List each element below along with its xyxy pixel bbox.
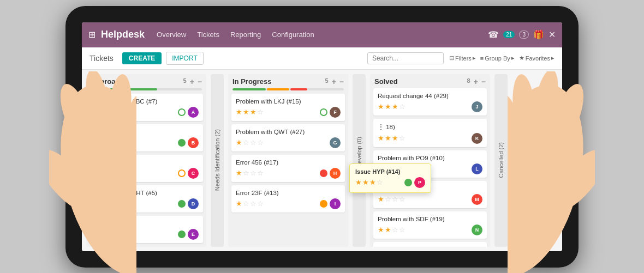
col-count: 5 — [183, 77, 187, 86]
refresh-badge[interactable]: 21 — [503, 31, 515, 38]
kanban-card[interactable]: Error 456 (#17) ★☆☆☆ H — [231, 155, 345, 182]
card-title: Problem with SDF (#19) — [378, 216, 482, 222]
stars: ★☆☆☆ — [236, 199, 264, 208]
collapsed-col-cancelled[interactable]: Cancelled (2) — [494, 74, 508, 247]
stars: ★★★☆ — [236, 108, 264, 116]
card-actions: L — [462, 163, 482, 174]
avatar: C — [188, 168, 199, 179]
status-dot — [178, 230, 186, 238]
collapse-icon[interactable]: − — [481, 77, 486, 86]
collapse-icon[interactable]: − — [339, 77, 344, 86]
message-badge[interactable]: 3 — [519, 31, 529, 39]
collapsed-col-need-develop[interactable]: Need Develop (0) — [353, 74, 366, 247]
filter-icon: ⊟ — [449, 54, 454, 62]
star-icon: ★ — [236, 138, 242, 147]
avatar: F — [330, 107, 341, 118]
groupby-icon: ≡ — [480, 55, 484, 62]
card-actions: B — [178, 137, 199, 148]
star-icon: ★ — [236, 169, 242, 177]
menu-item-overview[interactable]: Overview — [156, 28, 187, 41]
star-icon: ☆ — [243, 169, 249, 177]
stars: ★★★☆ — [378, 134, 406, 142]
navbar-menu: Overview Tickets Reporting Configuration — [156, 28, 488, 41]
content: Tickets CREATE IMPORT ⊟ Filters ▸ ≡ — [82, 47, 562, 251]
navbar: ⊞ Helpdesk Overview Tickets Reporting Co… — [82, 22, 562, 47]
star-icon: ★ — [378, 226, 384, 234]
collapsed-col-needs-identification[interactable]: Needs Identification (2) — [211, 74, 224, 247]
gift-icon[interactable]: 🎁 — [533, 29, 544, 40]
card-title: Request change 44 (#29) — [378, 93, 482, 99]
status-dot — [404, 179, 412, 186]
filter-bar: ⊟ Filters ▸ ≡ Group By ▸ ★ Favorites — [449, 54, 554, 62]
star-icon: ★ — [355, 178, 362, 186]
star-icon: ★ — [243, 108, 249, 116]
card-footer: ★★☆☆ N — [378, 225, 482, 235]
avatar: B — [188, 137, 199, 148]
floating-card[interactable]: Issue HYP (#14) ★★★☆ P — [349, 163, 431, 193]
kanban-card[interactable]: Problem with QWT (#27) ★☆☆☆ G — [231, 124, 345, 151]
col-header-actions: 8 + − — [467, 77, 486, 86]
menu-item-configuration[interactable]: Configuration — [271, 28, 315, 41]
avatar: M — [472, 194, 482, 205]
add-icon[interactable]: + — [190, 77, 194, 86]
star-icon: ☆ — [377, 178, 383, 186]
status-dot — [178, 108, 186, 116]
kanban-card[interactable]: ⋮ 18) ★★★☆ K — [373, 119, 487, 147]
tablet-frame: ⊞ Helpdesk Overview Tickets Reporting Co… — [65, 6, 579, 268]
grid-icon[interactable]: ⊞ — [88, 29, 96, 40]
kanban-card[interactable]: Problem with LKJ (#15) ★★★☆ F — [231, 94, 345, 121]
collapse-icon[interactable]: − — [198, 77, 202, 86]
status-dot — [178, 169, 186, 177]
add-icon[interactable]: + — [474, 77, 478, 86]
card-footer: ★☆☆☆ I — [236, 198, 341, 209]
star-icon: ★ — [369, 178, 376, 186]
kanban-card[interactable]: Problem with ABC (#30) ★☆☆☆ O — [373, 242, 487, 247]
kanban-card[interactable]: Problem with SDF (#19) ★★☆☆ N — [373, 211, 487, 239]
close-icon[interactable]: ✕ — [548, 29, 556, 40]
navbar-actions: ☎ 21 3 🎁 ✕ — [488, 29, 556, 40]
card-title: Problem with QWT (#27) — [236, 129, 341, 135]
star-icon: ★ — [378, 134, 384, 142]
import-button[interactable]: IMPORT — [166, 52, 203, 65]
star-icon: ★ — [378, 195, 384, 203]
col-header: Solved 8 + − — [370, 74, 490, 88]
kanban-card[interactable]: Error 23F (#13) ★☆☆☆ I — [231, 185, 345, 213]
add-icon[interactable]: + — [332, 77, 336, 86]
stars: ★★★☆ — [355, 178, 383, 186]
star-icon: ★ — [378, 102, 384, 111]
star-icon: ☆ — [399, 134, 406, 142]
card-actions: E — [178, 229, 199, 240]
status-dot — [320, 169, 327, 177]
card-title: Problem with PO9 (#10) — [378, 155, 482, 161]
menu-item-tickets[interactable]: Tickets — [196, 28, 220, 41]
star-icon: ☆ — [399, 226, 406, 234]
groupby-label: Group By — [485, 55, 510, 62]
toolbar: Tickets CREATE IMPORT ⊟ Filters ▸ ≡ — [82, 47, 562, 70]
menu-item-reporting[interactable]: Reporting — [229, 28, 262, 41]
search-input[interactable] — [367, 52, 444, 64]
filters-chevron: ▸ — [473, 54, 476, 62]
card-footer: ★★★☆ F — [236, 107, 341, 118]
progress-segment — [267, 88, 289, 90]
star-icon: ☆ — [250, 138, 257, 147]
stars: ★☆☆☆ — [236, 169, 264, 177]
star-icon: ☆ — [250, 169, 257, 177]
kanban-board: Approach 5 + − Problem with ABC (#7) ★★★… — [82, 70, 562, 251]
star-icon: ☆ — [399, 195, 406, 203]
kanban-column-in-progress: In Progress 5 + − Problem with LKJ (#15)… — [228, 74, 348, 247]
star-icon: ☆ — [243, 138, 249, 147]
favorites-button[interactable]: ★ Favorites ▸ — [519, 54, 554, 62]
favorites-chevron: ▸ — [551, 54, 554, 62]
groupby-button[interactable]: ≡ Group By ▸ — [480, 54, 515, 62]
progress-segment — [232, 88, 266, 90]
kanban-card[interactable]: Request change 44 (#29) ★★★☆ J — [373, 88, 487, 116]
card-actions: H — [320, 168, 341, 179]
card-title: Problem with LKJ (#15) — [236, 98, 341, 105]
star-icon: ☆ — [257, 108, 264, 116]
filters-button[interactable]: ⊟ Filters ▸ — [449, 54, 476, 62]
phone-icon[interactable]: ☎ — [488, 29, 499, 40]
card-actions: K — [462, 133, 482, 144]
create-button[interactable]: CREATE — [122, 52, 162, 64]
star-icon: ☆ — [257, 199, 264, 208]
star-icon: ☆ — [392, 226, 398, 234]
